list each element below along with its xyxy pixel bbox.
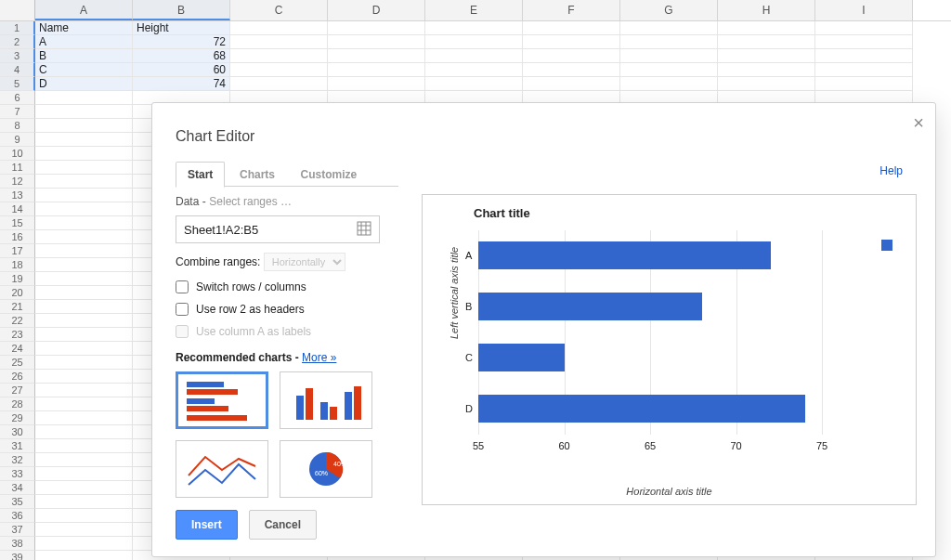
cell-F1[interactable] xyxy=(523,21,620,35)
rownum-23[interactable]: 23 xyxy=(0,328,35,342)
cell-A18[interactable] xyxy=(35,258,133,272)
cell-A8[interactable] xyxy=(35,119,133,133)
cell-B4[interactable]: 60 xyxy=(133,63,230,77)
rownum-11[interactable]: 11 xyxy=(0,161,35,175)
cell-H3[interactable] xyxy=(718,49,815,63)
rownum-17[interactable]: 17 xyxy=(0,244,35,258)
rownum-18[interactable]: 18 xyxy=(0,258,35,272)
rownum-28[interactable]: 28 xyxy=(0,397,35,411)
rownum-14[interactable]: 14 xyxy=(0,202,35,216)
rownum-9[interactable]: 9 xyxy=(0,133,35,147)
cell-H5[interactable] xyxy=(718,77,815,91)
rownum-26[interactable]: 26 xyxy=(0,370,35,384)
cell-A29[interactable] xyxy=(35,411,133,425)
col-head-B[interactable]: B xyxy=(133,0,230,20)
rownum-5[interactable]: 5 xyxy=(0,77,35,91)
cell-A1[interactable]: Name xyxy=(35,21,133,35)
col-head-F[interactable]: F xyxy=(523,0,620,20)
cell-E3[interactable] xyxy=(425,49,523,63)
tab-charts[interactable]: Charts xyxy=(228,163,286,187)
cell-A39[interactable] xyxy=(35,551,133,560)
cell-B2[interactable]: 72 xyxy=(133,35,230,49)
thumb-pie[interactable]: 40% 60% xyxy=(280,440,372,498)
cancel-button[interactable]: Cancel xyxy=(249,510,317,540)
rownum-33[interactable]: 33 xyxy=(0,467,35,481)
cell-I2[interactable] xyxy=(815,35,913,49)
rownum-20[interactable]: 20 xyxy=(0,286,35,300)
rownum-35[interactable]: 35 xyxy=(0,495,35,509)
cell-G1[interactable] xyxy=(620,21,718,35)
rownum-7[interactable]: 7 xyxy=(0,105,35,119)
rownum-4[interactable]: 4 xyxy=(0,63,35,77)
col-head-I[interactable]: I xyxy=(815,0,913,20)
cell-A14[interactable] xyxy=(35,202,133,216)
rownum-30[interactable]: 30 xyxy=(0,425,35,439)
cell-G5[interactable] xyxy=(620,77,718,91)
cell-C5[interactable] xyxy=(230,77,328,91)
insert-button[interactable]: Insert xyxy=(176,510,238,540)
cell-E5[interactable] xyxy=(425,77,523,91)
cell-H1[interactable] xyxy=(718,21,815,35)
tab-start[interactable]: Start xyxy=(176,162,225,188)
cell-A9[interactable] xyxy=(35,133,133,147)
help-link[interactable]: Help xyxy=(879,164,903,177)
cell-A33[interactable] xyxy=(35,467,133,481)
cell-F4[interactable] xyxy=(523,63,620,77)
cell-A11[interactable] xyxy=(35,161,133,175)
cell-A24[interactable] xyxy=(35,342,133,356)
cell-F5[interactable] xyxy=(523,77,620,91)
cell-D1[interactable] xyxy=(328,21,425,35)
cell-E1[interactable] xyxy=(425,21,523,35)
rownum-32[interactable]: 32 xyxy=(0,453,35,467)
rownum-19[interactable]: 19 xyxy=(0,272,35,286)
cell-F3[interactable] xyxy=(523,49,620,63)
cell-A3[interactable]: B xyxy=(35,49,133,63)
rownum-34[interactable]: 34 xyxy=(0,481,35,495)
col-head-H[interactable]: H xyxy=(718,0,815,20)
cell-A35[interactable] xyxy=(35,495,133,509)
cell-B5[interactable]: 74 xyxy=(133,77,230,91)
cell-A23[interactable] xyxy=(35,328,133,342)
rownum-2[interactable]: 2 xyxy=(0,35,35,49)
rownum-6[interactable]: 6 xyxy=(0,91,35,105)
cell-G2[interactable] xyxy=(620,35,718,49)
cell-A7[interactable] xyxy=(35,105,133,119)
rownum-10[interactable]: 10 xyxy=(0,147,35,161)
cell-B1[interactable]: Height xyxy=(133,21,230,35)
cell-C3[interactable] xyxy=(230,49,328,63)
close-icon[interactable]: × xyxy=(913,112,924,134)
cell-A5[interactable]: D xyxy=(35,77,133,91)
rownum-27[interactable]: 27 xyxy=(0,384,35,397)
rownum-37[interactable]: 37 xyxy=(0,523,35,537)
cell-F2[interactable] xyxy=(523,35,620,49)
rownum-22[interactable]: 22 xyxy=(0,314,35,328)
cell-A37[interactable] xyxy=(35,523,133,537)
use-row2-headers[interactable]: Use row 2 as headers xyxy=(176,303,398,316)
cell-A22[interactable] xyxy=(35,314,133,328)
cell-A16[interactable] xyxy=(35,230,133,244)
cell-A38[interactable] xyxy=(35,537,133,551)
cell-H2[interactable] xyxy=(718,35,815,49)
cell-A12[interactable] xyxy=(35,175,133,189)
range-input[interactable]: Sheet1!A2:B5 xyxy=(176,215,380,243)
rownum-29[interactable]: 29 xyxy=(0,411,35,425)
cell-I5[interactable] xyxy=(815,77,913,91)
cell-A10[interactable] xyxy=(35,147,133,161)
cell-I4[interactable] xyxy=(815,63,913,77)
col-head-A[interactable]: A xyxy=(35,0,133,20)
rownum-3[interactable]: 3 xyxy=(0,49,35,63)
cell-C4[interactable] xyxy=(230,63,328,77)
col-head-G[interactable]: G xyxy=(620,0,718,20)
cell-A36[interactable] xyxy=(35,509,133,523)
rownum-16[interactable]: 16 xyxy=(0,230,35,244)
rownum-15[interactable]: 15 xyxy=(0,216,35,230)
rownum-21[interactable]: 21 xyxy=(0,300,35,314)
thumb-column[interactable] xyxy=(280,371,372,429)
cell-A19[interactable] xyxy=(35,272,133,286)
rownum-1[interactable]: 1 xyxy=(0,21,35,35)
rownum-38[interactable]: 38 xyxy=(0,537,35,551)
rownum-8[interactable]: 8 xyxy=(0,119,35,133)
cell-A15[interactable] xyxy=(35,216,133,230)
cell-A28[interactable] xyxy=(35,397,133,411)
cell-A26[interactable] xyxy=(35,370,133,384)
